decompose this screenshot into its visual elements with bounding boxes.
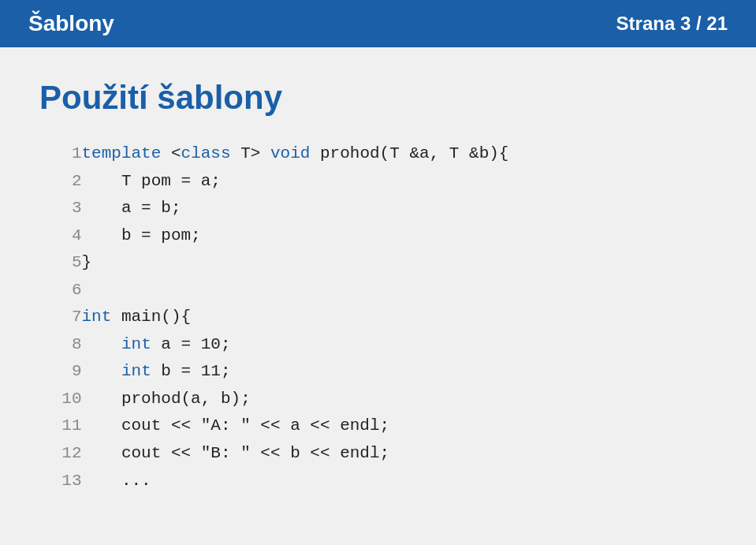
keyword-class: class [181,144,231,162]
table-row: 9 int b = 11; [39,358,717,386]
table-row: 6 [39,277,717,304]
line-number: 10 [39,386,82,413]
table-row: 2 T pom = a; [39,168,717,196]
table-row: 4 b = pom; [39,222,717,250]
line-number: 13 [39,468,82,495]
code-line: prohod(a, b); [82,386,717,413]
code-line: } [82,249,717,277]
code-line: T pom = a; [82,168,717,196]
table-row: 8 int a = 10; [39,331,717,359]
slide-title: Použití šablony [39,79,717,117]
keyword-void: void [270,144,310,162]
line-number: 7 [39,304,82,331]
code-line: b = pom; [82,222,717,250]
code-line: ... [82,468,717,495]
code-line: int b = 11; [82,358,717,386]
line-number: 5 [39,249,82,277]
code-line: a = b; [82,195,717,222]
header: Šablony Strana 3 / 21 [0,0,756,47]
keyword-int: int [82,308,112,326]
header-title: Šablony [28,11,114,36]
line-number: 1 [39,140,82,168]
slide: Šablony Strana 3 / 21 Použití šablony 1 … [0,0,756,545]
header-page: Strana 3 / 21 [616,13,728,35]
table-row: 12 cout << "B: " << b << endl; [39,440,717,468]
line-number: 2 [39,168,82,196]
table-row: 3 a = b; [39,195,717,222]
line-number: 11 [39,412,82,440]
line-number: 6 [39,277,82,304]
table-row: 13 ... [39,468,717,495]
table-row: 11 cout << "A: " << a << endl; [39,412,717,440]
code-block: 1 template <class T> void prohod(T &a, T… [39,140,717,495]
code-line: int main(){ [82,304,717,331]
table-row: 10 prohod(a, b); [39,386,717,413]
code-table: 1 template <class T> void prohod(T &a, T… [39,140,717,495]
line-number: 9 [39,358,82,386]
table-row: 5 } [39,249,717,277]
code-line: cout << "B: " << b << endl; [82,440,717,468]
line-number: 8 [39,331,82,359]
code-line [82,277,717,304]
line-number: 12 [39,440,82,468]
code-line: int a = 10; [82,331,717,359]
line-number: 3 [39,195,82,222]
code-line: template <class T> void prohod(T &a, T &… [82,140,717,168]
table-row: 1 template <class T> void prohod(T &a, T… [39,140,717,168]
keyword-int: int [121,335,151,353]
code-line: cout << "A: " << a << endl; [82,412,717,440]
keyword-int: int [121,362,151,380]
line-number: 4 [39,222,82,250]
content-area: Použití šablony 1 template <class T> voi… [0,47,756,518]
table-row: 7 int main(){ [39,304,717,331]
keyword-template: template [82,144,162,162]
